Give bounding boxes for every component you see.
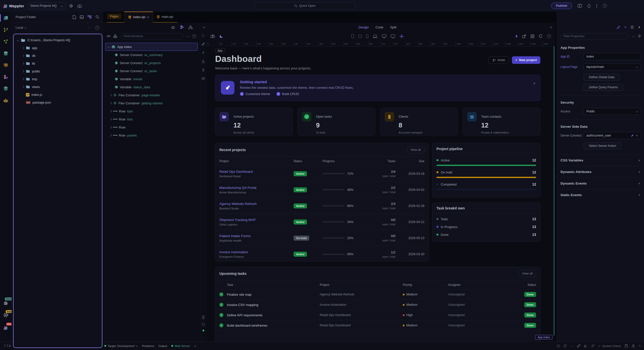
camera-screenshot-icon[interactable] [211,34,215,38]
tree-node-var-status-data[interactable]: Variable status_data [103,83,200,91]
open-in-browser-icon[interactable] [522,34,526,38]
tree-node-flex-getting-started[interactable]: Flex Container getting-started [103,99,200,107]
section-dynamic-events[interactable]: Dynamic Events+ [560,178,640,189]
file-tree-root[interactable]: C:\Users\...\Demo Projects HQ [15,36,101,44]
rail-ai-robot-icon[interactable] [3,97,9,104]
new-file-icon[interactable] [73,15,76,19]
help-icon[interactable]: ? [603,4,607,8]
rail-server-theme-icon[interactable] [3,74,9,80]
collapse-up-icon[interactable] [638,345,641,347]
flow-view-icon[interactable] [188,25,193,29]
plus-icon[interactable]: + [638,181,640,186]
problems-tab[interactable]: Problems [142,344,154,347]
chevron-right-icon[interactable] [109,126,112,128]
publish-button[interactable]: Publish [551,3,572,9]
target-selector[interactable]: Target: Development [104,344,138,347]
define-query-params-button[interactable]: Define Query Params [584,84,623,91]
refresh-canvas-icon[interactable] [539,34,543,38]
device-phone-icon[interactable] [351,34,354,38]
section-dynamic-attributes[interactable]: Dynamic Attributes+ [560,166,640,178]
user-icon[interactable] [202,60,205,63]
mode-split[interactable]: Split [390,25,396,29]
file-row-packagejson[interactable]: npm package.json [15,99,101,106]
chevron-right-icon[interactable] [22,47,24,49]
find-elements-input[interactable] [120,33,183,39]
rail-git-icon[interactable] [3,26,9,33]
deploy-icon[interactable] [632,344,635,347]
tree-node-flex-page-header[interactable]: Flex Container page-header [103,91,200,99]
chevron-right-icon[interactable] [109,94,112,96]
pages-badge[interactable]: Pages [107,14,121,19]
tab-indexejs[interactable]: 5 index.ejs [124,12,153,23]
help-icon[interactable]: ? [95,26,99,30]
panel-toggle-icon[interactable] [202,323,205,326]
plus-icon[interactable]: + [638,170,640,174]
tree-node-row-panels[interactable]: Row panels [103,131,200,139]
view-all-button[interactable]: View all [519,270,536,277]
rail-routes-icon[interactable] [3,62,9,68]
accessibility-icon[interactable] [202,68,205,72]
access-select[interactable]: Public [584,108,640,115]
tree-node-sc-summary[interactable]: Server Connect sc_summary [103,51,200,59]
output-tab[interactable]: Output [158,344,167,347]
mode-code[interactable]: Code [376,25,383,29]
actions-lightning-icon[interactable] [515,34,518,38]
tree-node-var-trends[interactable]: Variable trends [103,75,200,83]
split-view-icon[interactable] [578,4,582,8]
thumbs-up-icon[interactable] [584,344,587,347]
new-project-button[interactable]: + New project [512,56,540,64]
canvas-scroll-indicator[interactable] [554,46,554,335]
define-global-data-button[interactable]: Define Global Data [584,74,620,81]
scope-selector[interactable]: Local [16,26,23,29]
rail-experimental-icon[interactable]: Exp [3,312,9,318]
select-server-action-button[interactable]: Select Server Action [584,142,621,149]
tab-mainejs[interactable]: 5 main.ejs [153,12,177,22]
chevron-right-icon[interactable] [109,110,112,112]
settings-gear-icon[interactable] [69,4,73,8]
code-view-icon[interactable]: </> [107,34,110,38]
section-css-variables[interactable]: CSS Variables+ [560,154,640,166]
more-options-icon[interactable]: ⋯ [88,26,91,30]
theme-droplet-icon[interactable] [587,4,591,8]
add-panel-icon[interactable]: + [194,344,196,348]
window-icon[interactable] [557,345,560,347]
folder-row-app[interactable]: app [15,44,101,52]
collapse-left-icon[interactable]: « [203,25,205,29]
help-icon[interactable]: ? [547,34,551,38]
image-view-icon[interactable] [80,15,84,19]
more-icon[interactable]: ⋯ [571,344,574,348]
invite-button[interactable]: Invite [489,56,509,64]
tree-node-row-lists[interactable]: Row lists [103,115,200,123]
view-all-button[interactable]: View all [407,146,424,153]
chevron-right-icon[interactable] [22,70,24,73]
eye-preview-icon[interactable] [201,77,205,80]
project-name-link[interactable]: Retail Ops Dashboard [219,170,294,173]
tree-node-sc-projects[interactable]: Server Connect sc_projects [103,59,200,67]
folder-row-tmp[interactable]: tmp [15,75,101,83]
quick-open-button[interactable]: Quick Open [255,2,355,9]
chevron-right-icon[interactable] [22,62,24,65]
file-row-indexjs[interactable]: JS index.js [15,91,101,99]
help-icon[interactable]: ? [192,34,196,38]
rail-nodes-icon[interactable] [3,38,9,45]
rail-pro-icon[interactable]: Pro [3,324,9,331]
actions-lightning-icon[interactable] [638,25,640,29]
folder-row-lib[interactable]: lib [15,60,101,67]
rail-extensions-icon[interactable]: Beta [3,299,9,306]
folder-row-public[interactable]: public [15,67,101,75]
edit-pencil-icon[interactable] [202,42,205,46]
device-laptop-icon[interactable] [373,34,378,38]
panel-resize-handle[interactable]: ⋮ [555,12,557,341]
tree-node-row[interactable]: Row [103,123,200,131]
device-tablet-icon[interactable] [358,35,362,38]
chevron-right-icon[interactable] [22,86,24,88]
folder-row-db[interactable]: db [15,52,101,60]
reload-icon[interactable] [564,344,567,347]
package-icon[interactable] [625,344,628,347]
pin-icon[interactable] [638,34,641,38]
delete-x-icon[interactable]: × [624,25,626,29]
edit-pencil-icon[interactable] [631,134,634,137]
list-view-icon[interactable] [630,26,634,29]
layout-page-select[interactable]: layouts/main [584,63,640,70]
project-name-link[interactable]: Patient Intake Forms [219,234,294,238]
